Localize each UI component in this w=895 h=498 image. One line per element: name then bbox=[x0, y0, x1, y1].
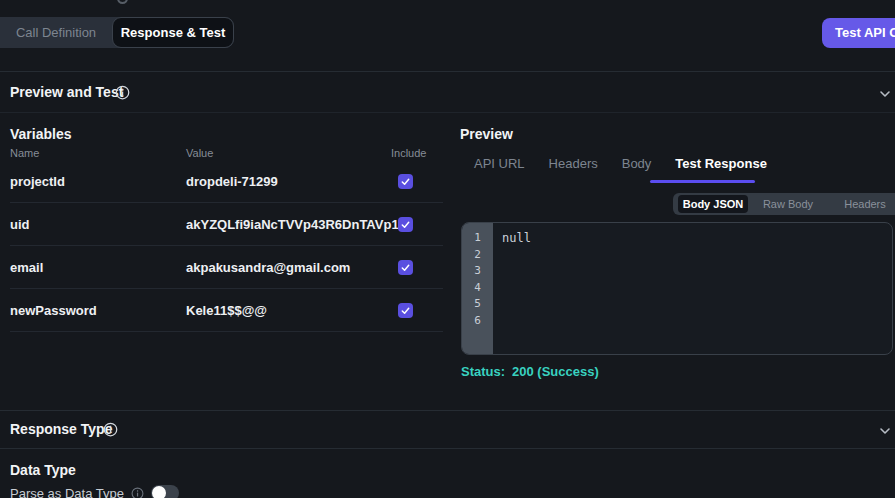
line-number: 5 bbox=[474, 296, 481, 313]
segment-raw-body[interactable]: Raw Body bbox=[748, 198, 828, 210]
toggle-knob bbox=[152, 486, 166, 498]
divider bbox=[0, 448, 895, 449]
preview-title: Preview bbox=[460, 126, 513, 142]
variable-value: Kele11$$@@ bbox=[186, 303, 267, 318]
variable-value: dropdeli-71299 bbox=[186, 174, 278, 189]
variable-name: uid bbox=[10, 217, 186, 232]
parse-data-type-toggle[interactable] bbox=[151, 485, 179, 498]
active-tab-underline bbox=[650, 180, 755, 183]
info-icon[interactable] bbox=[131, 487, 144, 498]
info-icon[interactable] bbox=[115, 85, 130, 104]
variable-value: akpakusandra@gmail.com bbox=[186, 260, 350, 275]
info-icon[interactable] bbox=[103, 422, 118, 441]
preview-and-test-title: Preview and Test bbox=[10, 84, 123, 100]
variables-table: projectId dropdeli-71299 uid akYZQLfi9ia… bbox=[10, 160, 443, 332]
tab-api-url[interactable]: API URL bbox=[474, 156, 525, 171]
tab-response-and-test[interactable]: Response & Test bbox=[112, 17, 234, 48]
column-header-name: Name bbox=[10, 147, 39, 159]
status-label: Status: bbox=[461, 364, 505, 379]
response-json-editor[interactable]: 1 2 3 4 5 6 null bbox=[461, 222, 893, 355]
line-number: 2 bbox=[474, 247, 481, 264]
parse-as-data-type-row: Parse as Data Type bbox=[10, 485, 179, 498]
segment-headers[interactable]: Headers bbox=[828, 198, 895, 210]
column-header-include: Include bbox=[391, 147, 426, 159]
variable-name: email bbox=[10, 260, 186, 275]
line-number-gutter: 1 2 3 4 5 6 bbox=[462, 223, 493, 354]
preview-tab-bar: API URL Headers Body Test Response bbox=[474, 156, 767, 171]
line-number: 1 bbox=[474, 230, 481, 247]
variable-name: projectId bbox=[10, 174, 186, 189]
parse-toggle-label: Parse as Data Type bbox=[10, 486, 124, 498]
table-row: projectId dropdeli-71299 bbox=[10, 160, 443, 203]
line-number: 6 bbox=[474, 313, 481, 330]
response-body-text: null bbox=[493, 223, 531, 354]
test-api-call-button[interactable]: Test API Call bbox=[822, 18, 895, 48]
table-row: email akpakusandra@gmail.com bbox=[10, 246, 443, 289]
variable-name: newPassword bbox=[10, 303, 186, 318]
segment-body-json[interactable]: Body JSON bbox=[678, 195, 748, 213]
include-checkbox[interactable] bbox=[398, 174, 413, 189]
line-number: 4 bbox=[474, 280, 481, 297]
variables-title: Variables bbox=[10, 126, 72, 142]
tab-body[interactable]: Body bbox=[622, 156, 652, 171]
tab-call-definition[interactable]: Call Definition bbox=[0, 17, 112, 48]
tab-test-response[interactable]: Test Response bbox=[675, 156, 767, 171]
status-line: Status: 200 (Success) bbox=[461, 364, 599, 379]
tab-headers[interactable]: Headers bbox=[549, 156, 598, 171]
api-call-editor-panel: Call Definition Response & Test Test API… bbox=[0, 0, 895, 498]
data-type-title: Data Type bbox=[10, 462, 76, 478]
response-view-segmented-control: Body JSON Raw Body Headers bbox=[673, 193, 895, 215]
divider bbox=[0, 112, 895, 113]
gear-icon bbox=[117, 0, 128, 4]
include-checkbox[interactable] bbox=[398, 260, 413, 275]
response-type-title: Response Type bbox=[10, 421, 112, 437]
definition-tab-bar: Call Definition Response & Test bbox=[0, 17, 234, 48]
variable-value: akYZQLfi9iaNcTVVp43R6DnTAVp1 bbox=[186, 217, 399, 232]
include-checkbox[interactable] bbox=[398, 217, 413, 232]
chevron-down-icon[interactable] bbox=[877, 423, 893, 439]
column-header-value: Value bbox=[186, 147, 213, 159]
table-row: newPassword Kele11$$@@ bbox=[10, 289, 443, 332]
divider bbox=[0, 71, 895, 72]
line-number: 3 bbox=[474, 263, 481, 280]
include-checkbox[interactable] bbox=[398, 303, 413, 318]
status-value: 200 (Success) bbox=[512, 364, 599, 379]
divider bbox=[0, 410, 895, 411]
table-row: uid akYZQLfi9iaNcTVVp43R6DnTAVp1 bbox=[10, 203, 443, 246]
chevron-down-icon[interactable] bbox=[877, 86, 893, 102]
